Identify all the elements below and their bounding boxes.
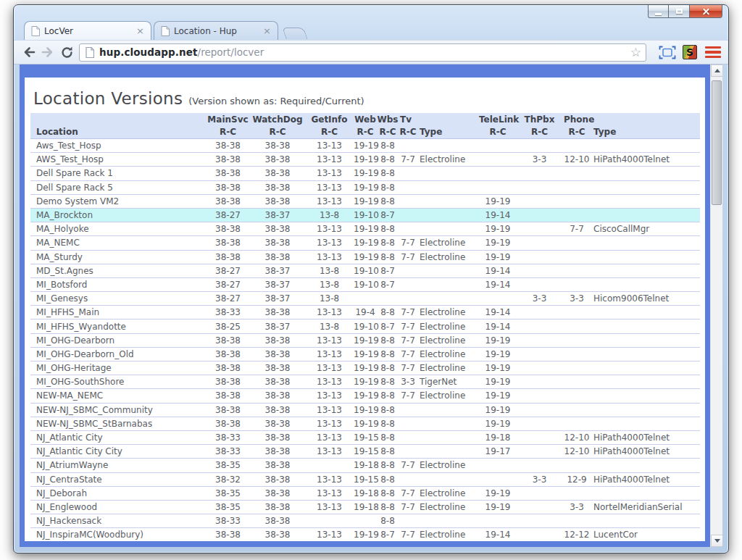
cell-location: MA_Holyoke [30,222,206,236]
column-group-header: ThPbx [517,113,562,125]
url-path: /report/locver [198,46,264,58]
cell-value: 8-8 [377,194,399,208]
cell-value: Electroline [417,389,479,403]
cell-value: HiPath4000Telnet [591,153,700,167]
cell-value: 19-14 [479,264,517,277]
scroll-down-button[interactable] [711,535,722,547]
table-row[interactable]: AWS_Test_Hosp38-3838-3813-1319-198-87-7E… [30,153,700,167]
cell-location: MI_HFHS_Wyandotte [30,319,206,333]
forward-button[interactable] [38,43,57,62]
table-row[interactable]: Dell Spare Rack 538-3838-3813-1319-198-8 [30,180,700,194]
tab-title: Location - Hup [174,26,259,36]
back-button[interactable] [20,43,38,62]
cell-value [417,139,479,153]
cell-value: Electroline [417,362,479,375]
cell-value [591,403,700,417]
table-row[interactable]: NJ_Atlantic City City38-3338-3813-1319-1… [30,445,700,459]
close-button[interactable] [690,5,722,18]
scrollbar-thumb[interactable] [712,80,722,205]
tab-location-hup[interactable]: Location - Hup × [154,21,278,40]
cell-value [562,277,591,291]
cell-value: 3-3 [399,375,417,389]
cell-value [517,500,562,514]
table-row[interactable]: NJ_Englewood38-3538-3813-1319-188-87-7El… [30,500,700,514]
cell-value [517,403,562,417]
bookmark-star-icon[interactable]: ☆ [630,46,641,59]
table-row[interactable]: MI_OHG-SouthShore38-3838-3813-1319-198-8… [30,375,700,389]
reload-button[interactable] [57,43,76,62]
table-row[interactable]: NEW-MA_NEMC38-3838-3813-1319-198-87-7Ele… [30,389,700,403]
cell-value [562,319,591,333]
cell-location: MA_NEMC [30,236,206,250]
table-row[interactable]: Aws_Test_Hosp38-3838-3813-1319-198-8 [30,139,700,153]
table-row[interactable]: MI_OHG-Dearborn_Old38-3838-3813-1319-198… [30,347,700,361]
minimize-button[interactable] [648,5,669,18]
cell-location: MI_OHG-Heritage [30,362,206,375]
cell-value: 38-35 [206,486,250,500]
new-tab-button[interactable] [282,28,307,39]
table-row[interactable]: MI_Genesys38-2738-3713-83-33-3Hicom9006T… [30,292,700,306]
table-row[interactable]: MA_NEMC38-3838-3813-1319-198-87-7Electro… [30,236,700,250]
cell-value [399,514,417,528]
cell-location: NJ_CentraState [30,472,206,486]
table-row[interactable]: MI_OHG-Heritage38-3838-3813-1319-198-87-… [30,362,700,375]
cell-value [517,347,562,361]
maximize-button[interactable] [669,5,690,18]
table-row[interactable]: MD_St.Agnes38-2738-3713-819-108-719-14 [30,264,700,277]
cell-location: NJ_Hackensack [30,514,206,528]
cell-value: 38-38 [206,167,250,180]
tab-locver[interactable]: LocVer × [24,21,151,40]
cell-value: 38-38 [206,139,250,153]
cell-value: 8-8 [377,362,399,375]
cell-value [517,459,562,472]
url-bar[interactable]: hup.cloudapp.net/report/locver ☆ [79,43,646,62]
cell-value: 38-37 [250,264,305,277]
s-extension-icon[interactable]: S [683,45,697,59]
scroll-up-button[interactable] [711,64,722,77]
cell-value [479,514,517,528]
cell-value: 38-38 [250,500,305,514]
resize-extension-icon[interactable] [659,46,676,59]
cell-value [562,486,591,500]
cell-value: 19-19 [354,362,377,375]
column-header: Type [591,125,700,139]
table-row[interactable]: Dell Spare Rack 138-3838-3813-1319-198-8 [30,167,700,180]
tab-close-icon[interactable]: × [136,26,144,35]
cell-value: 38-38 [250,403,305,417]
cell-value [562,417,591,430]
table-row[interactable]: NEW-NJ_SBMC_Community38-3838-3813-1319-1… [30,403,700,417]
table-row[interactable]: NJ_AtriumWayne38-3538-3819-188-87-7Elect… [30,459,700,472]
cell-value: 38-38 [250,333,305,347]
table-row[interactable]: Demo System VM238-3838-3813-1319-198-819… [30,194,700,208]
scrollbar[interactable] [710,64,722,547]
cell-value [517,417,562,430]
cell-value: 38-38 [250,167,305,180]
window-controls [648,5,722,18]
cell-value: 38-38 [206,222,250,236]
table-row[interactable]: MI_Botsford38-2738-3713-819-108-719-14 [30,277,700,291]
table-row[interactable]: NEW-NJ_SBMC_StBarnabas38-3838-3813-1319-… [30,417,700,430]
table-row[interactable]: MA_Sturdy38-3838-3813-1319-198-87-7Elect… [30,250,700,264]
page-viewport: Location Versions(Version shown as: Requ… [20,64,722,547]
table-row[interactable]: NJ_InspiraMC(Woodbury)38-3838-3813-1319-… [30,528,700,542]
table-row[interactable]: NJ_CentraState38-3238-3813-1319-158-83-3… [30,472,700,486]
url-host: hup.cloudapp.net [99,46,198,58]
table-row[interactable]: MI_HFHS_Main38-3338-3813-1319-48-87-7Ele… [30,306,700,319]
table-row[interactable]: MI_OHG-Dearborn38-3838-3813-1319-198-87-… [30,333,700,347]
tab-close-icon[interactable]: × [263,26,271,35]
table-row[interactable]: NJ_Atlantic City38-3338-3813-1319-158-81… [30,430,700,444]
table-row[interactable]: NJ_Deborah38-3538-3813-1319-188-87-7Elec… [30,486,700,500]
cell-value: 38-38 [250,250,305,264]
table-row[interactable]: MI_HFHS_Wyandotte38-2538-3713-819-108-77… [30,319,700,333]
cell-value [479,459,517,472]
document-icon [86,47,94,58]
browser-menu-button[interactable] [705,46,721,59]
cell-value: 12-10 [562,153,591,167]
table-row[interactable]: NJ_Hackensack38-3338-388-8 [30,514,700,528]
tab-strip: LocVer × Location - Hup × [24,21,306,40]
table-row[interactable]: MA_Brockton38-2738-3713-819-108-719-14 [30,208,700,222]
title-bar[interactable]: LocVer × Location - Hup × [14,5,728,40]
cell-location: MD_St.Agnes [30,264,206,277]
table-row[interactable]: MA_Holyoke38-3838-3813-1319-198-819-197-… [30,222,700,236]
cell-value: 7-7 [399,236,417,250]
